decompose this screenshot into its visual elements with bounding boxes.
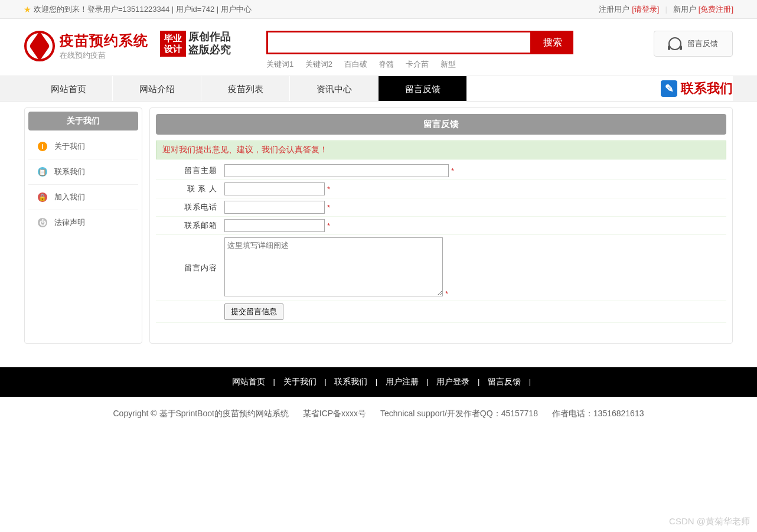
divider: |	[665, 0, 667, 19]
sidebar-item-about[interactable]: i 关于我们	[28, 134, 138, 159]
sidebar-item-join[interactable]: 🔒 加入我们	[28, 185, 138, 210]
pencil-icon: ✎	[661, 80, 677, 97]
sidebar-item-legal[interactable]: ⏻ 法律声明	[28, 210, 138, 235]
headset-icon	[668, 37, 681, 50]
keyword-link[interactable]: 关键词1	[266, 60, 293, 68]
info-icon: i	[38, 142, 47, 151]
topbar-right: 注册用户 [请登录] | 新用户 [免费注册]	[599, 0, 733, 18]
footer-link-login[interactable]: 用户登录	[436, 377, 469, 386]
required-mark: *	[445, 289, 448, 298]
label-subject: 留言主题	[156, 162, 221, 180]
search-block: 搜索 关键词1 关键词2 百白破 脊髓 卡介苗 新型	[266, 31, 573, 70]
required-mark: *	[327, 203, 330, 212]
contact-us-label: 联系我们	[681, 80, 733, 97]
feedback-button-label: 留言反馈	[687, 38, 718, 49]
nav-vaccine-list[interactable]: 疫苗列表	[201, 76, 290, 101]
sidebar-item-label: 加入我们	[54, 192, 85, 203]
nav-news[interactable]: 资讯中心	[290, 76, 378, 101]
sidebar-item-contact[interactable]: 📋 联系我们	[28, 159, 138, 185]
topbar-left: ★ 欢迎您的到来！登录用户=13511223344 | 用户id=742 | 用…	[24, 0, 252, 18]
keyword-link[interactable]: 百白破	[344, 60, 367, 68]
badge-block: 毕业 设计 原创作品 盗版必究	[160, 31, 231, 57]
badge-graduation: 毕业 设计	[160, 31, 186, 57]
label-phone: 联系电话	[156, 198, 221, 217]
reg-user-label: 注册用户	[599, 0, 629, 19]
sidebar-title: 关于我们	[28, 112, 138, 130]
icp: 某省ICP备xxxx号	[303, 409, 366, 418]
sidebar-item-label: 关于我们	[54, 141, 85, 152]
label-contact-person: 联 系 人	[156, 180, 221, 198]
input-phone[interactable]	[224, 201, 325, 214]
keyword-link[interactable]: 新型	[441, 60, 456, 68]
required-mark: *	[451, 167, 454, 175]
panel-title: 留言反馈	[156, 114, 726, 135]
input-contact-person[interactable]	[224, 182, 325, 195]
nav-about[interactable]: 网站介绍	[113, 76, 201, 101]
footer-link-register[interactable]: 用户注册	[386, 377, 419, 386]
submit-button[interactable]: 提交留言信息	[224, 303, 283, 320]
required-mark: *	[327, 221, 330, 230]
footer-info: Copyright © 基于SprintBoot的疫苗预约网站系统 某省ICP备…	[0, 397, 757, 431]
content-panel: 留言反馈 迎对我们提出意见、建议，我们会认真答复！ 留言主题 * 联 系 人 *…	[149, 107, 733, 344]
label-email: 联系邮箱	[156, 217, 221, 235]
nav-feedback[interactable]: 留言反馈	[378, 76, 467, 101]
notice-banner: 迎对我们提出意见、建议，我们会认真答复！	[156, 141, 726, 159]
keyword-link[interactable]: 关键词2	[305, 60, 332, 68]
footer-link-contact[interactable]: 联系我们	[334, 377, 367, 386]
welcome-text: 欢迎您的到来！登录用户=13511223344 | 用户id=742 |	[34, 0, 218, 19]
nav-home[interactable]: 网站首页	[24, 76, 113, 101]
sidebar: 关于我们 i 关于我们 📋 联系我们 🔒 加入我们 ⏻ 法律声明	[24, 107, 142, 344]
star-icon: ★	[24, 0, 31, 19]
main: 关于我们 i 关于我们 📋 联系我们 🔒 加入我们 ⏻ 法律声明 留言反馈 迎对…	[24, 107, 733, 355]
label-content: 留言内容	[156, 235, 221, 301]
feedback-form: 留言主题 * 联 系 人 * 联系电话 * 联系邮箱 * 留言内容 * 提交留言…	[156, 162, 726, 323]
search-keywords: 关键词1 关键词2 百白破 脊髓 卡介苗 新型	[266, 59, 573, 70]
clipboard-icon: 📋	[38, 167, 47, 177]
power-icon: ⏻	[38, 218, 47, 227]
tech-support: Technical support/开发作者QQ：45157718	[380, 409, 538, 418]
footer-nav: 网站首页 | 关于我们 | 联系我们 | 用户注册 | 用户登录 | 留言反馈 …	[0, 367, 757, 397]
logo-text: 疫苗预约系统 在线预约疫苗	[60, 31, 148, 61]
copyright: Copyright © 基于SprintBoot的疫苗预约网站系统	[113, 409, 289, 418]
site-title: 疫苗预约系统	[60, 31, 148, 50]
search-button[interactable]: 搜索	[532, 31, 573, 54]
contact-us[interactable]: ✎ 联系我们	[661, 76, 733, 101]
user-center-link[interactable]: 用户中心	[221, 0, 252, 19]
footer-link-feedback[interactable]: 留言反馈	[488, 377, 521, 386]
input-email[interactable]	[224, 219, 325, 232]
sidebar-item-label: 联系我们	[54, 167, 85, 177]
lock-icon: 🔒	[38, 192, 47, 202]
footer-link-home[interactable]: 网站首页	[232, 377, 265, 386]
badge-script: 原创作品 盗版必究	[188, 31, 231, 56]
feedback-button[interactable]: 留言反馈	[654, 31, 733, 57]
free-register-link[interactable]: [免费注册]	[699, 0, 733, 19]
search-input[interactable]	[266, 31, 532, 54]
login-link[interactable]: [请登录]	[632, 0, 659, 19]
site-subtitle: 在线预约疫苗	[60, 50, 148, 61]
author-phone: 作者电话：13516821613	[552, 409, 644, 418]
footer-link-about[interactable]: 关于我们	[283, 377, 316, 386]
new-user-label: 新用户	[673, 0, 696, 19]
input-subject[interactable]	[224, 164, 449, 177]
header: 疫苗预约系统 在线预约疫苗 毕业 设计 原创作品 盗版必究 搜索 关键词1 关键…	[24, 19, 733, 76]
topbar: ★ 欢迎您的到来！登录用户=13511223344 | 用户id=742 | 用…	[0, 0, 757, 19]
logo-block[interactable]: 疫苗预约系统 在线预约疫苗	[24, 31, 148, 61]
logo-icon	[24, 31, 55, 61]
keyword-link[interactable]: 脊髓	[378, 60, 394, 68]
navbar: 网站首页 网站介绍 疫苗列表 资讯中心 留言反馈 ✎ 联系我们	[0, 76, 757, 102]
sidebar-item-label: 法律声明	[54, 217, 85, 228]
textarea-content[interactable]	[224, 237, 443, 296]
keyword-link[interactable]: 卡介苗	[406, 60, 429, 68]
required-mark: *	[327, 185, 330, 194]
